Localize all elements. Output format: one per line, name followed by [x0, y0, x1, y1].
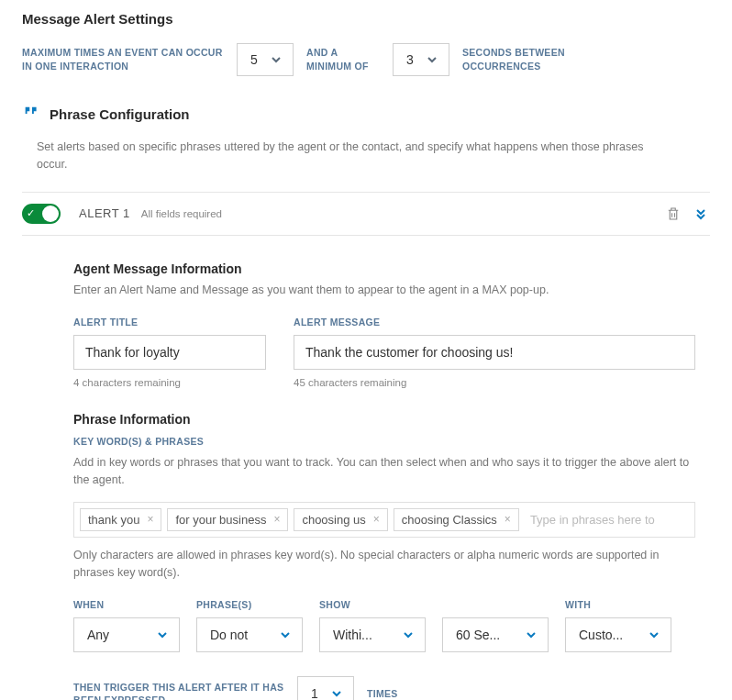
chevron-down-icon: [425, 52, 439, 67]
tag-label: choosing Classics: [402, 513, 497, 527]
trigger-label: THEN TRIGGER THIS ALERT AFTER IT HAS BEE…: [73, 681, 284, 700]
trash-icon[interactable]: [664, 205, 682, 223]
max-times-label: MAXIMUM TIMES AN EVENT CAN OCCUR IN ONE …: [22, 46, 224, 72]
alert-name: ALERT 1: [79, 206, 130, 220]
tag: choosing us×: [294, 508, 387, 531]
keywords-note: Only characters are allowed in phrases k…: [73, 547, 695, 582]
trigger-after-label: TIMES: [367, 688, 398, 699]
tag: for your business×: [167, 508, 288, 531]
alert-title-hint: 4 characters remaining: [73, 377, 266, 388]
chevron-down-icon: [647, 628, 661, 642]
show-label: SHOW: [319, 599, 426, 610]
and-min-value: 3: [406, 52, 414, 67]
collapse-icon[interactable]: [692, 205, 710, 223]
tag-label: choosing us: [302, 513, 365, 527]
chevron-down-icon: [278, 628, 293, 642]
top-settings-row: MAXIMUM TIMES AN EVENT CAN OCCUR IN ONE …: [22, 43, 710, 76]
when-label: WHEN: [73, 599, 180, 610]
alert-msg-input[interactable]: [294, 335, 695, 370]
seconds-label: SECONDS BETWEEN OCCURRENCES: [462, 46, 572, 72]
tags-box[interactable]: thank you× for your business× choosing u…: [73, 502, 695, 538]
tag-input[interactable]: [525, 509, 689, 530]
tag-remove-icon[interactable]: ×: [273, 513, 280, 526]
alert-required-text: All fields required: [141, 208, 222, 219]
with-select[interactable]: Custo...: [565, 617, 671, 652]
alert-header: ✓ ALERT 1 All fields required: [22, 192, 710, 236]
toggle-knob: [42, 206, 59, 222]
duration-value: 60 Se...: [456, 628, 500, 642]
phrases-label: PHRASE(S): [196, 599, 303, 610]
tag: choosing Classics×: [394, 508, 519, 531]
with-label: WITH: [565, 599, 671, 610]
tag-remove-icon[interactable]: ×: [373, 513, 380, 526]
chevron-down-icon: [269, 52, 283, 67]
phrase-config-title: Phrase Configuration: [50, 106, 190, 122]
phrases-value: Do not: [210, 628, 248, 642]
agent-info-title: Agent Message Information: [73, 261, 695, 276]
chevron-down-icon: [524, 628, 538, 642]
trigger-value: 1: [311, 686, 318, 700]
keywords-label: KEY WORD(S) & PHRASES: [73, 436, 695, 447]
and-min-select[interactable]: 3: [393, 43, 449, 76]
tag-label: for your business: [175, 513, 266, 527]
alert-body: Agent Message Information Enter an Alert…: [22, 236, 710, 701]
when-select[interactable]: Any: [73, 617, 180, 652]
phrase-info-title: Phrase Information: [73, 412, 695, 427]
agent-info-desc: Enter an Alert Name and Message as you w…: [73, 282, 695, 299]
alert-title-label: ALERT TITLE: [73, 317, 266, 328]
with-value: Custo...: [579, 628, 623, 642]
and-min-label: AND A MINIMUM OF: [306, 46, 380, 72]
chevron-down-icon: [401, 628, 416, 642]
alert-title-input[interactable]: [73, 335, 266, 370]
page-title: Message Alert Settings: [22, 11, 710, 27]
show-select[interactable]: Withi...: [319, 617, 426, 652]
max-times-value: 5: [250, 52, 258, 67]
when-value: Any: [87, 628, 109, 642]
max-times-select[interactable]: 5: [237, 43, 294, 76]
tag-remove-icon[interactable]: ×: [147, 513, 153, 526]
phrases-select[interactable]: Do not: [196, 617, 303, 652]
chevron-down-icon: [155, 628, 170, 642]
show-value: Withi...: [333, 628, 372, 642]
alert-msg-label: ALERT MESSAGE: [294, 317, 695, 328]
tag-label: thank you: [88, 513, 139, 527]
tag: thank you×: [80, 508, 161, 531]
tag-remove-icon[interactable]: ×: [505, 513, 511, 526]
duration-select[interactable]: 60 Se...: [442, 617, 549, 652]
phrase-config-desc: Set alerts based on specific phrases utt…: [22, 139, 646, 173]
alert-msg-hint: 45 characters remaining: [294, 377, 695, 388]
alert-toggle[interactable]: ✓: [22, 204, 61, 224]
keywords-desc: Add in key words or phrases that you wan…: [73, 454, 695, 489]
phrase-config-header: Phrase Configuration: [22, 104, 710, 124]
trigger-count-select[interactable]: 1: [297, 676, 354, 700]
quote-icon: [22, 104, 42, 124]
check-icon: ✓: [27, 207, 35, 219]
blank-label: [442, 599, 549, 610]
chevron-down-icon: [329, 686, 344, 700]
